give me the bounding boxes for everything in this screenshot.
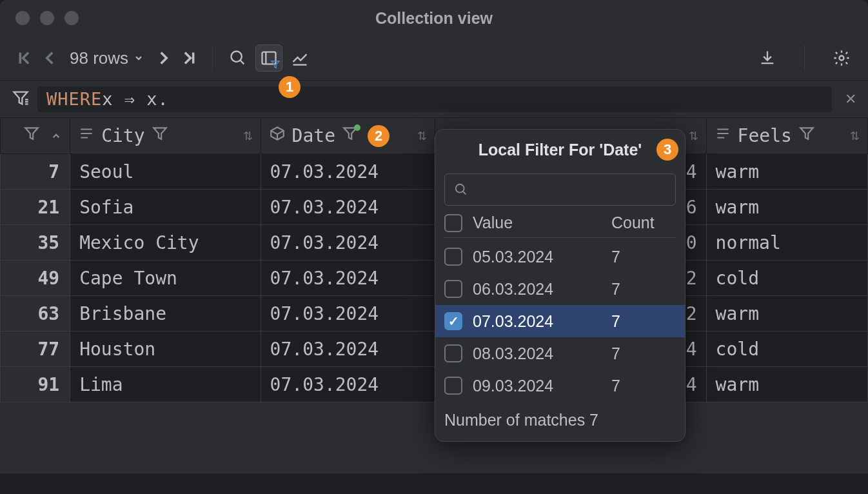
- callout-badge-2: 2: [368, 125, 390, 147]
- zoom-window-button[interactable]: [64, 11, 79, 25]
- download-button[interactable]: [754, 44, 781, 72]
- filter-value: 08.03.2024: [473, 344, 611, 363]
- window-title: Collection view: [375, 9, 493, 28]
- svg-point-0: [232, 52, 242, 62]
- funnel-icon[interactable]: [798, 125, 815, 146]
- date-cell[interactable]: 07.03.2024: [261, 367, 435, 402]
- city-cell[interactable]: Seoul: [70, 154, 261, 190]
- settings-button[interactable]: [828, 44, 855, 72]
- where-clause-input[interactable]: WHERE x ⇒ x.: [37, 86, 832, 112]
- column-header-date[interactable]: Date 2 ⇅: [261, 118, 435, 154]
- feels-cell[interactable]: cold: [706, 261, 867, 296]
- filter-criteria-icon[interactable]: [12, 89, 30, 110]
- filter-checkbox[interactable]: [444, 344, 462, 362]
- column-header-rownum[interactable]: [1, 118, 70, 154]
- filter-value: 05.03.2024: [473, 248, 611, 266]
- row-number-cell: 63: [1, 296, 70, 331]
- close-window-button[interactable]: [15, 11, 30, 25]
- filter-option-row[interactable]: 07.03.20247: [435, 305, 685, 337]
- pagination-nav: 98 rows: [13, 47, 201, 69]
- first-page-button[interactable]: [13, 47, 35, 69]
- search-button[interactable]: [224, 44, 252, 72]
- date-cell[interactable]: 07.03.2024: [261, 154, 435, 190]
- city-cell[interactable]: Cape Town: [70, 261, 261, 296]
- toolbar-divider: [804, 45, 805, 71]
- sort-icon[interactable]: ⇅: [417, 129, 427, 143]
- city-cell[interactable]: Houston: [70, 331, 261, 367]
- sort-icon[interactable]: ⇅: [850, 129, 860, 143]
- filter-value: 06.03.2024: [473, 280, 611, 299]
- date-cell[interactable]: 07.03.2024: [261, 225, 435, 261]
- filter-count: 7: [611, 248, 676, 266]
- minimize-window-button[interactable]: [40, 11, 54, 25]
- filter-option-row[interactable]: 06.03.20247: [435, 273, 685, 305]
- next-page-button[interactable]: [153, 47, 175, 69]
- feels-cell[interactable]: normal: [706, 225, 867, 261]
- prev-page-button[interactable]: [39, 47, 61, 69]
- column-label: Feels: [738, 125, 792, 146]
- table-row[interactable]: 49Cape Town07.03.20242cold: [1, 261, 868, 296]
- where-expression: x ⇒ x.: [102, 89, 169, 109]
- row-number-cell: 91: [1, 367, 70, 402]
- filter-toggle-button[interactable]: [255, 44, 282, 72]
- row-number-cell: 7: [1, 154, 70, 190]
- date-cell[interactable]: 07.03.2024: [261, 261, 435, 296]
- city-cell[interactable]: Sofia: [70, 190, 261, 225]
- city-cell[interactable]: Brisbane: [70, 296, 261, 331]
- popup-title: Local Filter For 'Date': [478, 141, 642, 159]
- feels-cell[interactable]: cold: [706, 331, 867, 367]
- toolbar: 98 rows: [0, 36, 868, 80]
- filter-checkbox[interactable]: [444, 312, 462, 330]
- filter-bar: WHERE x ⇒ x. ✕: [0, 80, 868, 117]
- filter-count: 7: [611, 312, 676, 331]
- table-row[interactable]: 35Mexico City07.03.20240normal: [1, 225, 868, 261]
- feels-cell[interactable]: warm: [706, 190, 867, 225]
- empty-area: [0, 402, 868, 473]
- filter-option-row[interactable]: 09.03.20247: [435, 370, 685, 402]
- row-number-cell: 35: [1, 225, 70, 261]
- search-icon: [454, 183, 468, 197]
- svg-point-2: [840, 56, 844, 61]
- feels-cell[interactable]: warm: [706, 367, 867, 402]
- sort-icon[interactable]: ⇅: [689, 129, 698, 143]
- filter-option-row[interactable]: 08.03.20247: [435, 337, 685, 370]
- column-header-feels[interactable]: Feels ⇅: [706, 118, 867, 154]
- object-column-icon: [269, 125, 286, 146]
- filter-option-row[interactable]: 05.03.20247: [435, 241, 685, 273]
- filter-count: 7: [611, 344, 676, 363]
- sort-icon[interactable]: ⇅: [243, 129, 253, 143]
- funnel-icon[interactable]: [152, 125, 168, 146]
- feels-cell[interactable]: warm: [706, 154, 867, 190]
- close-filter-button[interactable]: ✕: [845, 91, 856, 108]
- date-cell[interactable]: 07.03.2024: [261, 296, 435, 331]
- filter-checkbox[interactable]: [444, 280, 462, 298]
- table-row[interactable]: 91Lima07.03.20244warm: [1, 367, 868, 402]
- table-row[interactable]: 7Seoul07.03.20244warm: [1, 154, 868, 190]
- date-cell[interactable]: 07.03.2024: [261, 331, 435, 367]
- row-count-dropdown[interactable]: 98 rows: [70, 48, 144, 68]
- column-label: City: [101, 125, 144, 146]
- table-row[interactable]: 21Sofia07.03.20246warm: [1, 190, 868, 225]
- column-header-city[interactable]: City ⇅: [70, 118, 261, 154]
- select-all-checkbox[interactable]: [444, 214, 462, 232]
- text-column-icon: [715, 125, 731, 146]
- feels-cell[interactable]: warm: [706, 296, 867, 331]
- last-page-button[interactable]: [179, 47, 201, 69]
- data-grid: City ⇅ Date 2 ⇅: [0, 117, 868, 473]
- callout-badge-1: 1: [279, 76, 301, 98]
- filter-checkbox[interactable]: [444, 377, 462, 395]
- row-count-label: 98 rows: [70, 48, 128, 68]
- popup-count-header: Count: [611, 213, 676, 232]
- svg-point-3: [456, 184, 464, 193]
- local-filter-popup: Local Filter For 'Date' 3 Value Count 05…: [435, 129, 686, 442]
- table-row[interactable]: 63Brisbane07.03.20242warm: [1, 296, 868, 331]
- chart-button[interactable]: [286, 44, 313, 72]
- city-cell[interactable]: Mexico City: [70, 225, 261, 261]
- popup-search-input[interactable]: [444, 173, 676, 206]
- filter-checkbox[interactable]: [444, 248, 462, 266]
- table-row[interactable]: 77Houston07.03.20244cold: [1, 331, 868, 367]
- date-cell[interactable]: 07.03.2024: [261, 190, 435, 225]
- city-cell[interactable]: Lima: [70, 367, 261, 402]
- title-bar: Collection view: [0, 0, 868, 36]
- funnel-icon[interactable]: [342, 125, 359, 146]
